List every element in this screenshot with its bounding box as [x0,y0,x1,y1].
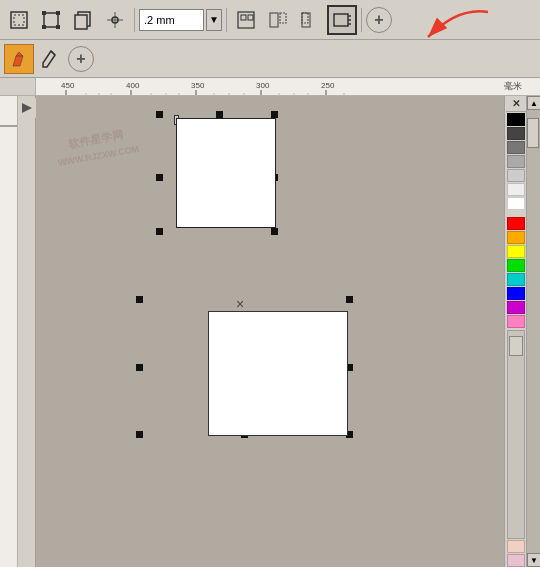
svg-rect-0 [11,12,27,28]
scroll-thumb[interactable] [527,118,539,148]
measure-unit-select[interactable]: ▼ [206,9,222,31]
color-swatch-darkgray[interactable] [507,127,525,140]
left-toolbar [18,96,36,567]
svg-rect-6 [56,25,60,29]
color-swatch-pink[interactable] [507,315,525,328]
svg-rect-15 [302,13,310,27]
svg-rect-12 [248,15,253,20]
svg-rect-11 [241,15,246,20]
paint-tool-btn[interactable] [4,44,34,74]
svg-text:350: 350 [191,81,205,90]
svg-rect-16 [302,13,308,23]
align-center-btn[interactable] [263,5,293,35]
canvas-row: 软件星学网 WWW.RJZXW.COM × [0,96,540,567]
color-swatch-nearwhite[interactable] [507,183,525,196]
svg-rect-14 [280,13,286,23]
align-right-btn[interactable] [295,5,325,35]
canvas[interactable]: 软件星学网 WWW.RJZXW.COM × [36,96,504,567]
handle-mid-left-2 [136,364,143,371]
sep3 [361,8,362,32]
pen-tool-btn[interactable] [36,44,66,74]
svg-rect-17 [334,14,348,26]
select-tool-btn[interactable] [4,5,34,35]
toolbar2: + [0,40,540,78]
align-left-btn[interactable] [231,5,261,35]
handle-top-mid-1 [216,111,223,118]
color-swatch-black[interactable] [507,113,525,126]
shape-rectangle-1[interactable] [176,118,276,228]
color-swatch-rose[interactable] [507,554,525,567]
svg-text:450: 450 [61,81,75,90]
right-palette: ✕ [504,96,526,567]
scroll-track[interactable] [527,110,540,553]
snap-tool-btn[interactable] [100,5,130,35]
left-tool-1[interactable] [17,98,37,118]
color-swatch-yellow[interactable] [507,245,525,258]
handle-bot-left-2 [136,431,143,438]
ruler-row: 450 400 350 300 250 [0,78,540,96]
shape-rectangle-2[interactable] [208,311,348,436]
palette-scrollbar[interactable] [507,330,525,539]
svg-marker-47 [22,103,32,113]
handle-top-right-1 [271,111,278,118]
sep2 [226,8,227,32]
svg-text:300: 300 [256,81,270,90]
svg-rect-3 [42,11,46,15]
color-swatch-magenta[interactable] [507,301,525,314]
svg-line-22 [51,51,55,55]
color-swatch-lightgray[interactable] [507,155,525,168]
svg-rect-8 [75,15,87,29]
transform-tool-btn[interactable] [36,5,66,35]
color-swatch-cyan[interactable] [507,273,525,286]
handle-mid-left-1 [156,174,163,181]
scroll-down-btn[interactable]: ▼ [527,553,540,567]
sep1 [134,8,135,32]
color-swatch-red[interactable] [507,217,525,230]
svg-text:400: 400 [126,81,140,90]
svg-rect-4 [56,11,60,15]
scroll-up-btn[interactable]: ▲ [527,96,540,110]
highlighted-tool-btn[interactable] [327,5,357,35]
palette-close-btn[interactable]: ✕ [506,96,526,112]
svg-text:250: 250 [321,81,335,90]
ruler-svg: 450 400 350 300 250 [36,78,540,95]
add-btn[interactable]: + [366,7,392,33]
handle-bot-right-1 [271,228,278,235]
add-btn2[interactable]: + [68,46,94,72]
copy-tool-btn[interactable] [68,5,98,35]
color-swatch-silver[interactable] [507,169,525,182]
ruler-v [0,96,18,567]
color-swatch-white[interactable] [507,197,525,210]
measure-value: .2 mm [144,14,175,26]
svg-rect-1 [14,15,24,25]
ruler-v-svg [0,96,18,567]
handle-top-right-2 [346,296,353,303]
x-marker: × [236,296,244,312]
main-area: 450 400 350 300 250 [0,78,540,567]
handle-bot-left-1 [156,228,163,235]
svg-rect-13 [270,13,278,27]
svg-rect-2 [44,13,58,27]
palette-spacer [507,211,525,216]
ruler-unit: 毫米 [504,80,522,93]
color-swatch-green[interactable] [507,259,525,272]
color-swatch-peach[interactable] [507,540,525,553]
v-scrollbar: ▲ ▼ [526,96,540,567]
ruler-h: 450 400 350 300 250 [36,78,540,95]
color-swatch-gray[interactable] [507,141,525,154]
palette-scrollthumb[interactable] [509,336,523,356]
toolbar1: .2 mm ▼ + [0,0,540,40]
measure-input-container[interactable]: .2 mm [139,9,204,31]
color-swatch-orange[interactable] [507,231,525,244]
ruler-corner [0,78,36,96]
color-swatch-blue[interactable] [507,287,525,300]
watermark: 软件星学网 WWW.RJZXW.COM [54,124,140,170]
handle-top-left-2 [136,296,143,303]
handle-top-left-1 [156,111,163,118]
svg-rect-5 [42,25,46,29]
